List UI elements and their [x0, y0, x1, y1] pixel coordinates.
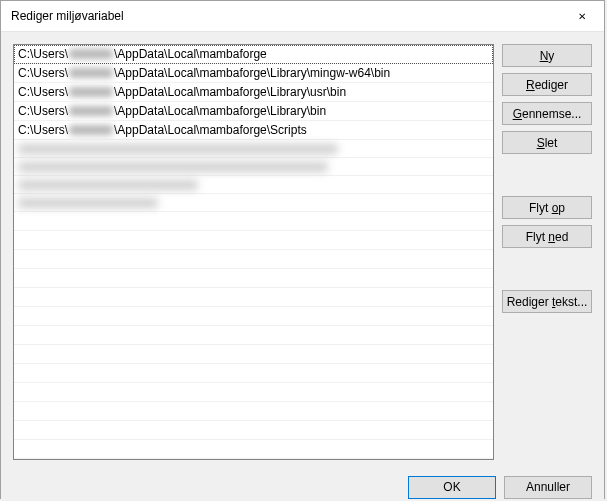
list-item[interactable]: C:\Users\\AppData\Local\mambaforge\Libra… [14, 83, 493, 102]
delete-button[interactable]: Slet [502, 131, 592, 154]
path-suffix: \AppData\Local\mambaforge\Library\bin [114, 104, 326, 118]
path-prefix: C:\Users\ [18, 85, 68, 99]
redacted-segment [18, 144, 338, 154]
empty-row [14, 288, 493, 307]
dialog-window: Rediger miljøvariabel ✕ C:\Users\\AppDat… [0, 0, 605, 499]
empty-row [14, 231, 493, 250]
list-item[interactable]: C:\Users\\AppData\Local\mambaforge [14, 45, 493, 64]
path-suffix: \AppData\Local\mambaforge\Library\usr\bi… [114, 85, 346, 99]
main-grid: C:\Users\\AppData\Local\mambaforgeC:\Use… [13, 44, 592, 460]
redacted-segment [69, 49, 113, 59]
list-item-redacted[interactable] [14, 158, 493, 176]
close-icon: ✕ [578, 11, 586, 22]
path-suffix: \AppData\Local\mambaforge\Scripts [114, 123, 307, 137]
empty-row [14, 402, 493, 421]
redacted-segment [69, 87, 113, 97]
close-button[interactable]: ✕ [559, 1, 604, 31]
empty-row [14, 269, 493, 288]
list-item[interactable]: C:\Users\\AppData\Local\mambaforge\Libra… [14, 102, 493, 121]
redacted-segment [18, 162, 328, 172]
list-item-redacted[interactable] [14, 176, 493, 194]
edit-button[interactable]: Rediger [502, 73, 592, 96]
redacted-segment [69, 106, 113, 116]
path-suffix: \AppData\Local\mambaforge\Library\mingw-… [114, 66, 390, 80]
empty-row [14, 364, 493, 383]
redacted-segment [18, 180, 198, 190]
cancel-button[interactable]: Annuller [504, 476, 592, 499]
path-list[interactable]: C:\Users\\AppData\Local\mambaforgeC:\Use… [13, 44, 494, 460]
browse-button[interactable]: Gennemse... [502, 102, 592, 125]
redacted-segment [18, 198, 158, 208]
empty-row [14, 383, 493, 402]
empty-row [14, 307, 493, 326]
empty-row [14, 212, 493, 231]
redacted-segment [69, 125, 113, 135]
redacted-segment [69, 68, 113, 78]
path-prefix: C:\Users\ [18, 47, 68, 61]
new-button[interactable]: Ny [502, 44, 592, 67]
side-button-column: Ny Rediger Gennemse... Slet Flyt op Flyt… [502, 44, 592, 460]
path-prefix: C:\Users\ [18, 66, 68, 80]
empty-row [14, 440, 493, 459]
list-item-redacted[interactable] [14, 194, 493, 212]
list-item[interactable]: C:\Users\\AppData\Local\mambaforge\Libra… [14, 64, 493, 83]
path-suffix: \AppData\Local\mambaforge [114, 47, 267, 61]
titlebar: Rediger miljøvariabel ✕ [1, 1, 604, 32]
move-up-button[interactable]: Flyt op [502, 196, 592, 219]
ok-button[interactable]: OK [408, 476, 496, 499]
dialog-footer: OK Annuller [13, 460, 592, 501]
empty-row [14, 345, 493, 364]
empty-row [14, 326, 493, 345]
path-prefix: C:\Users\ [18, 104, 68, 118]
path-prefix: C:\Users\ [18, 123, 68, 137]
empty-row [14, 421, 493, 440]
window-title: Rediger miljøvariabel [1, 9, 559, 23]
list-item-redacted[interactable] [14, 140, 493, 158]
move-down-button[interactable]: Flyt ned [502, 225, 592, 248]
list-item[interactable]: C:\Users\\AppData\Local\mambaforge\Scrip… [14, 121, 493, 140]
edit-text-button[interactable]: Rediger tekst... [502, 290, 592, 313]
spacer [502, 160, 592, 190]
empty-row [14, 250, 493, 269]
dialog-body: C:\Users\\AppData\Local\mambaforgeC:\Use… [1, 32, 604, 501]
spacer [502, 254, 592, 284]
